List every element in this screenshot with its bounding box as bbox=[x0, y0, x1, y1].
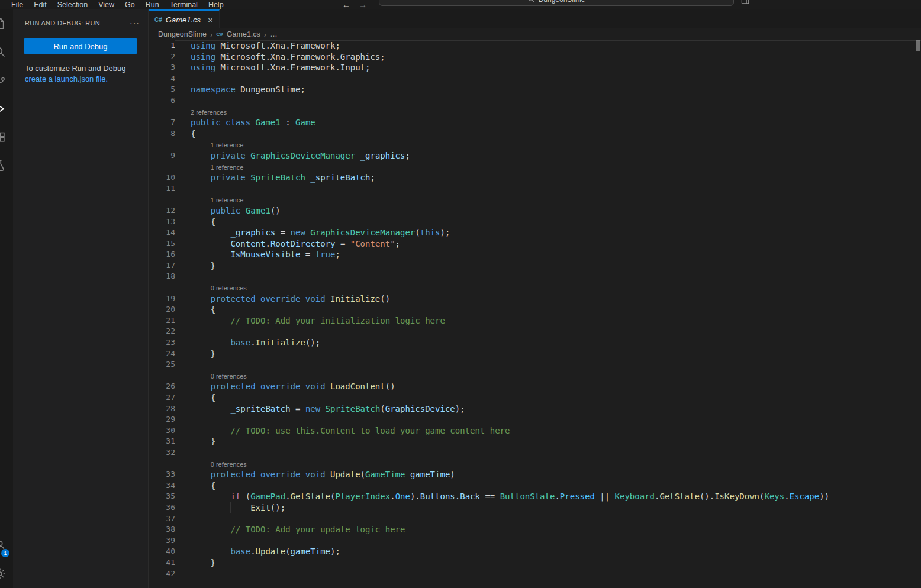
line-number[interactable]: 17 bbox=[149, 260, 175, 272]
extensions-icon[interactable] bbox=[0, 123, 13, 151]
search-icon[interactable] bbox=[0, 38, 13, 66]
codelens-references-link[interactable]: 0 references bbox=[211, 371, 247, 382]
breadcrumb-project[interactable]: DungeonSlime bbox=[158, 30, 207, 38]
menu-file[interactable]: File bbox=[6, 0, 28, 9]
code-line[interactable]: 35if (GamePad.GetState(PlayerIndex.One).… bbox=[149, 491, 921, 502]
nav-forward-icon[interactable]: → bbox=[359, 0, 367, 9]
code-line[interactable]: 2using Microsoft.Xna.Framework.Graphics; bbox=[149, 51, 921, 63]
line-number[interactable]: 39 bbox=[149, 535, 175, 547]
line-number[interactable]: 37 bbox=[149, 513, 175, 525]
breadcrumb-symbol[interactable]: … bbox=[270, 30, 278, 38]
code-line[interactable]: 22 bbox=[149, 326, 921, 337]
code-editor[interactable]: 1using Microsoft.Xna.Framework;2using Mi… bbox=[149, 40, 921, 588]
testing-icon[interactable] bbox=[0, 151, 13, 180]
line-number[interactable]: 10 bbox=[149, 172, 175, 183]
codelens-row[interactable]: 1 reference bbox=[149, 139, 921, 150]
menu-terminal[interactable]: Terminal bbox=[165, 0, 203, 9]
codelens-row[interactable]: 2 references bbox=[149, 106, 921, 118]
code-line[interactable]: 19protected override void Initialize() bbox=[149, 293, 921, 305]
code-line[interactable]: 3using Microsoft.Xna.Framework.Input; bbox=[149, 62, 921, 73]
code-line[interactable]: 28_spriteBatch = new SpriteBatch(Graphic… bbox=[149, 403, 921, 415]
command-center[interactable]: DungeonSlime bbox=[379, 0, 734, 6]
code-line[interactable]: 11 bbox=[149, 183, 921, 195]
code-line[interactable]: 23base.Initialize(); bbox=[149, 337, 921, 348]
line-number[interactable]: 2 bbox=[149, 51, 175, 63]
code-line[interactable]: 8{ bbox=[149, 128, 921, 140]
nav-back-icon[interactable]: ← bbox=[342, 0, 350, 9]
source-control-icon[interactable] bbox=[0, 66, 13, 95]
run-and-debug-icon[interactable] bbox=[0, 95, 13, 123]
code-line[interactable]: 31} bbox=[149, 436, 921, 447]
line-number[interactable]: 5 bbox=[149, 84, 175, 95]
line-number[interactable]: 9 bbox=[149, 150, 175, 161]
line-number[interactable]: 42 bbox=[149, 568, 175, 580]
codelens-row[interactable]: 0 references bbox=[149, 458, 921, 470]
line-number[interactable]: 29 bbox=[149, 414, 175, 425]
explorer-icon[interactable] bbox=[0, 9, 13, 38]
line-number[interactable]: 36 bbox=[149, 502, 175, 513]
settings-gear-icon[interactable] bbox=[0, 560, 13, 588]
line-number[interactable]: 8 bbox=[149, 128, 175, 140]
line-number[interactable]: 1 bbox=[149, 40, 175, 51]
line-number[interactable]: 11 bbox=[149, 183, 175, 195]
code-line[interactable]: 7public class Game1 : Game bbox=[149, 117, 921, 128]
line-number[interactable]: 31 bbox=[149, 436, 175, 447]
line-number[interactable]: 24 bbox=[149, 348, 175, 360]
code-line[interactable]: 42 bbox=[149, 568, 921, 580]
code-line[interactable]: 39 bbox=[149, 535, 921, 547]
codelens-references-link[interactable]: 1 reference bbox=[211, 140, 244, 151]
line-number[interactable]: 22 bbox=[149, 326, 175, 337]
menu-run[interactable]: Run bbox=[140, 0, 165, 9]
code-line[interactable]: 34{ bbox=[149, 480, 921, 492]
code-line[interactable]: 20{ bbox=[149, 304, 921, 315]
codelens-references-link[interactable]: 0 references bbox=[211, 459, 247, 470]
line-number[interactable]: 20 bbox=[149, 304, 175, 315]
line-number[interactable]: 13 bbox=[149, 217, 175, 228]
code-line[interactable]: 25 bbox=[149, 359, 921, 370]
code-line[interactable]: 6 bbox=[149, 95, 921, 106]
line-number[interactable]: 23 bbox=[149, 337, 175, 348]
line-number[interactable]: 4 bbox=[149, 73, 175, 85]
line-number[interactable]: 28 bbox=[149, 403, 175, 415]
line-number[interactable]: 30 bbox=[149, 425, 175, 437]
line-number[interactable]: 15 bbox=[149, 238, 175, 250]
line-number[interactable]: 3 bbox=[149, 62, 175, 73]
code-line[interactable]: 5namespace DungeonSlime; bbox=[149, 84, 921, 95]
code-line[interactable]: 32 bbox=[149, 447, 921, 458]
line-number[interactable]: 7 bbox=[149, 117, 175, 128]
codelens-references-link[interactable]: 1 reference bbox=[211, 195, 244, 206]
create-launch-json-link[interactable]: create a launch.json file. bbox=[25, 75, 108, 83]
code-line[interactable]: 40base.Update(gameTime); bbox=[149, 546, 921, 557]
close-tab-icon[interactable]: × bbox=[208, 15, 213, 25]
code-line[interactable]: 17} bbox=[149, 260, 921, 272]
code-line[interactable]: 26protected override void LoadContent() bbox=[149, 381, 921, 392]
breadcrumb-file[interactable]: Game1.cs bbox=[227, 30, 260, 38]
tab-game1-cs[interactable]: C# Game1.cs × bbox=[149, 9, 220, 28]
code-line[interactable]: 27{ bbox=[149, 392, 921, 403]
line-number[interactable]: 19 bbox=[149, 293, 175, 305]
code-line[interactable]: 13{ bbox=[149, 217, 921, 228]
code-line[interactable]: 12public Game1() bbox=[149, 205, 921, 217]
codelens-row[interactable]: 0 references bbox=[149, 282, 921, 293]
line-number[interactable]: 16 bbox=[149, 249, 175, 260]
run-and-debug-button[interactable]: Run and Debug bbox=[24, 38, 137, 54]
code-line[interactable]: 24} bbox=[149, 348, 921, 360]
code-line[interactable]: 37 bbox=[149, 513, 921, 525]
line-number[interactable]: 41 bbox=[149, 557, 175, 568]
codelens-references-link[interactable]: 1 reference bbox=[211, 162, 244, 173]
codelens-row[interactable]: 0 references bbox=[149, 370, 921, 382]
line-number[interactable]: 32 bbox=[149, 447, 175, 458]
menu-go[interactable]: Go bbox=[120, 0, 140, 9]
customize-layout-icon[interactable] bbox=[741, 0, 749, 7]
line-number[interactable]: 34 bbox=[149, 480, 175, 492]
code-line[interactable]: 33protected override void Update(GameTim… bbox=[149, 469, 921, 480]
code-line[interactable]: 4 bbox=[149, 73, 921, 85]
menu-edit[interactable]: Edit bbox=[28, 0, 52, 9]
line-number[interactable]: 14 bbox=[149, 227, 175, 238]
code-line[interactable]: 10private SpriteBatch _spriteBatch; bbox=[149, 172, 921, 183]
menu-selection[interactable]: Selection bbox=[52, 0, 93, 9]
line-number[interactable]: 18 bbox=[149, 271, 175, 282]
line-number[interactable]: 25 bbox=[149, 359, 175, 370]
codelens-row[interactable]: 1 reference bbox=[149, 194, 921, 205]
code-line[interactable]: 30// TODO: use this.Content to load your… bbox=[149, 425, 921, 437]
